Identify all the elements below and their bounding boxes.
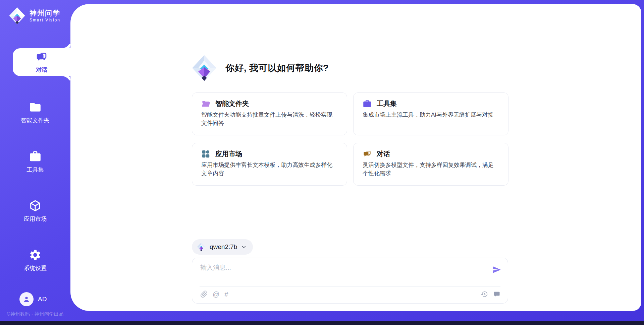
- sidebar-item-smart-folder[interactable]: 智能文件夹: [0, 100, 70, 125]
- gear-icon: [29, 249, 42, 261]
- brand-subtitle: Smart Vision: [30, 18, 60, 22]
- model-diamond-icon: [197, 242, 206, 252]
- sidebar-item-label: 系统设置: [24, 264, 47, 272]
- card-smart-folder[interactable]: 智能文件夹 智能文件夹功能支持批量文件上传与清洗，轻松实现文件问答: [192, 92, 347, 135]
- card-title: 工具集: [377, 99, 397, 108]
- folder-open-icon: [201, 99, 210, 108]
- chat-icon: [35, 51, 48, 64]
- card-description: 应用市场提供丰富长文本模板，助力高效生成多样化文章内容: [201, 161, 338, 178]
- sidebar-item-label: 工具集: [27, 166, 44, 174]
- feature-cards: 智能文件夹 智能文件夹功能支持批量文件上传与清洗，轻松实现文件问答 工具集 集成…: [192, 92, 508, 186]
- brand-diamond-icon: [8, 7, 26, 25]
- chat-icon: [363, 149, 372, 158]
- app-logo: 神州问学 Smart Vision: [8, 7, 60, 25]
- sidebar-item-label: 智能文件夹: [21, 117, 50, 124]
- sidebar-item-label: 应用市场: [24, 215, 47, 223]
- greeting-text: 你好, 我可以如何帮助你?: [225, 62, 329, 74]
- briefcase-icon: [29, 150, 42, 163]
- user-initials: AD: [38, 296, 47, 303]
- card-title: 应用市场: [215, 149, 242, 158]
- sidebar: 神州问学 Smart Vision 对话 智能文件夹 工具集 应用市场: [0, 0, 70, 325]
- bottom-window-edge: [0, 321, 644, 325]
- footer-credit: ©神州数码 · 神州问学出品: [0, 311, 70, 317]
- attachment-icon[interactable]: [200, 290, 208, 298]
- message-input[interactable]: [200, 263, 482, 283]
- folder-icon: [29, 101, 42, 114]
- brand-name: 神州问学: [30, 9, 60, 17]
- hashtag-icon[interactable]: #: [224, 290, 228, 298]
- card-description: 灵活切换多模型文件，支持多样回复效果调试，满足个性化需求: [363, 161, 499, 178]
- history-icon[interactable]: [481, 290, 488, 298]
- avatar: [19, 292, 34, 306]
- card-title: 对话: [377, 149, 390, 158]
- grid-icon: [201, 149, 210, 158]
- user-account-button[interactable]: AD: [19, 292, 47, 306]
- sidebar-item-app-market[interactable]: 应用市场: [0, 198, 70, 224]
- composer-divider: [200, 286, 500, 287]
- send-icon[interactable]: [492, 265, 501, 274]
- model-selector[interactable]: qwen2:7b: [192, 239, 253, 255]
- card-title: 智能文件夹: [215, 99, 249, 108]
- greeting: 你好, 我可以如何帮助你?: [191, 54, 329, 82]
- assistant-diamond-icon: [191, 54, 218, 82]
- sidebar-item-label: 对话: [36, 66, 47, 74]
- chevron-down-icon: [241, 244, 247, 250]
- mention-icon[interactable]: @: [213, 290, 219, 298]
- card-chat[interactable]: 对话 灵活切换多模型文件，支持多样回复效果调试，满足个性化需求: [353, 143, 508, 186]
- sidebar-item-settings[interactable]: 系统设置: [0, 248, 70, 273]
- chat-bubble-icon[interactable]: [493, 290, 500, 298]
- cube-icon: [29, 199, 42, 212]
- card-toolset[interactable]: 工具集 集成市场上主流工具，助力AI与外界无缝扩展与对接: [353, 92, 508, 135]
- card-app-market[interactable]: 应用市场 应用市场提供丰富长文本模板，助力高效生成多样化文章内容: [192, 143, 347, 186]
- briefcase-icon: [363, 99, 372, 108]
- message-composer: @ #: [192, 258, 508, 304]
- model-name: qwen2:7b: [210, 243, 237, 251]
- main-panel: 你好, 我可以如何帮助你? 智能文件夹 智能文件夹功能支持批量文件上传与清洗，轻…: [70, 4, 641, 311]
- card-description: 智能文件夹功能支持批量文件上传与清洗，轻松实现文件问答: [201, 111, 338, 127]
- sidebar-item-chat[interactable]: 对话: [13, 48, 70, 76]
- card-description: 集成市场上主流工具，助力AI与外界无缝扩展与对接: [363, 111, 499, 119]
- sidebar-item-toolset[interactable]: 工具集: [0, 149, 70, 175]
- person-icon: [22, 295, 31, 304]
